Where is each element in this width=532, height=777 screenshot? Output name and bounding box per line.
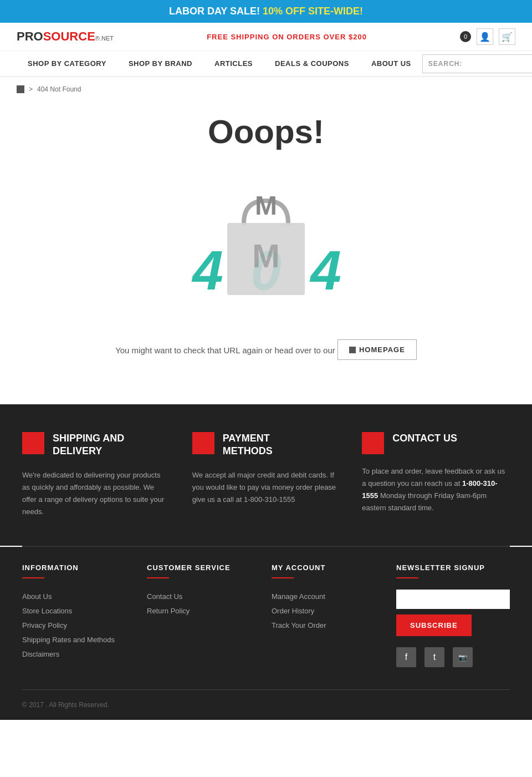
twitter-icon[interactable]: t xyxy=(424,647,444,667)
link-manage-account[interactable]: Manage Account xyxy=(272,590,385,604)
nav-shop-by-category[interactable]: SHOP BY CATEGORY xyxy=(17,51,117,76)
footer-customer-service: CUSTOMER SERVICE Contact Us Return Polic… xyxy=(147,563,260,667)
search-input[interactable] xyxy=(468,56,532,71)
search-area: SEARCH: 🔍 xyxy=(422,54,532,73)
link-order-history[interactable]: Order History xyxy=(272,604,385,618)
error-image: M 4 0 4 M xyxy=(177,162,355,317)
svg-text:M: M xyxy=(252,237,280,275)
breadcrumb: > 404 Not Found xyxy=(0,77,532,101)
contact-header: CONTACT US xyxy=(362,432,510,454)
cart-count: 0 xyxy=(460,31,471,42)
top-banner: LABOR DAY SALE! 10% OFF SITE-WIDE! xyxy=(0,0,532,23)
contact-icon xyxy=(362,432,384,454)
link-shipping-rates[interactable]: Shipping Rates and Methods xyxy=(22,633,136,647)
footer-information-divider xyxy=(22,577,44,578)
facebook-icon[interactable]: f xyxy=(396,647,416,667)
shipping-col: SHIPPING ANDDELIVERY We're dedicated to … xyxy=(22,432,170,518)
nav-articles[interactable]: ARTICLES xyxy=(203,51,264,76)
link-disclaimers[interactable]: Disclaimers xyxy=(22,647,136,662)
nav-about-us[interactable]: ABOUT US xyxy=(360,51,422,76)
svg-text:M: M xyxy=(255,191,277,220)
home-icon[interactable] xyxy=(17,85,24,93)
footer-customer-service-divider xyxy=(147,577,169,578)
subscribe-button[interactable]: SUBSCRIBE xyxy=(396,615,472,636)
link-return-policy[interactable]: Return Policy xyxy=(147,604,260,618)
shipping-header: SHIPPING ANDDELIVERY xyxy=(22,432,170,458)
footer-copyright: © 2017 . All Rights Reserved. xyxy=(22,689,510,709)
footer: INFORMATION About Us Store Locations Pri… xyxy=(0,547,532,720)
logo-net: ®.NET xyxy=(95,35,114,42)
payment-col: PAYMENTMETHODS We accept all major credi… xyxy=(192,432,340,518)
footer-grid: INFORMATION About Us Store Locations Pri… xyxy=(22,563,510,667)
breadcrumb-current: 404 Not Found xyxy=(37,85,81,93)
link-track-order[interactable]: Track Your Order xyxy=(272,618,385,633)
nav-deals-coupons[interactable]: DEALS & COUPONS xyxy=(264,51,360,76)
svg-text:4: 4 xyxy=(309,239,341,301)
error-content: Ooops! M 4 0 4 M You might want to check… xyxy=(0,101,532,404)
footer-newsletter-divider xyxy=(396,577,418,578)
social-icons: f t 📷 xyxy=(396,647,510,667)
link-privacy-policy[interactable]: Privacy Policy xyxy=(22,618,136,633)
logo-pro: PRO xyxy=(17,29,43,43)
breadcrumb-separator: > xyxy=(29,85,33,93)
copyright-text: © 2017 . All Rights Reserved. xyxy=(22,701,109,709)
newsletter-email-input[interactable] xyxy=(396,590,510,609)
contact-title: CONTACT US xyxy=(392,432,457,445)
cart-icon-btn[interactable]: 🛒 xyxy=(499,28,515,45)
home-small-icon xyxy=(349,347,356,353)
error-message: You might want to check that URL again o… xyxy=(17,339,515,360)
header: PROSOURCE®.NET FREE SHIPPING ON ORDERS O… xyxy=(0,23,532,51)
contact-text: To place and order, leave feedback or as… xyxy=(362,465,510,514)
footer-information: INFORMATION About Us Store Locations Pri… xyxy=(22,563,136,667)
free-shipping-banner: FREE SHIPPING ON ORDERS OVER $200 xyxy=(114,33,460,41)
payment-title: PAYMENTMETHODS xyxy=(223,432,273,458)
payment-header: PAYMENTMETHODS xyxy=(192,432,340,458)
svg-text:4: 4 xyxy=(191,239,223,301)
homepage-button[interactable]: HOMEPAGE xyxy=(337,339,417,360)
navigation: SHOP BY CATEGORY SHOP BY BRAND ARTICLES … xyxy=(0,51,532,77)
link-store-locations[interactable]: Store Locations xyxy=(22,604,136,618)
logo[interactable]: PROSOURCE®.NET xyxy=(17,29,114,44)
payment-icon xyxy=(192,432,214,454)
error-title: Ooops! xyxy=(17,113,515,151)
nav-shop-by-brand[interactable]: SHOP BY BRAND xyxy=(117,51,203,76)
footer-my-account: MY ACCOUNT Manage Account Order History … xyxy=(272,563,385,667)
footer-newsletter: NEWSLETTER SIGNUP SUBSCRIBE f t 📷 xyxy=(396,563,510,667)
logo-source: SOURCE xyxy=(43,29,95,43)
footer-newsletter-title: NEWSLETTER SIGNUP xyxy=(396,563,510,572)
logo-text: PROSOURCE®.NET xyxy=(17,29,114,44)
link-contact-us[interactable]: Contact Us xyxy=(147,590,260,604)
shipping-title: SHIPPING ANDDELIVERY xyxy=(53,432,124,458)
payment-text: We accept all major credit and debit car… xyxy=(192,469,340,506)
info-section: SHIPPING ANDDELIVERY We're dedicated to … xyxy=(0,404,532,546)
footer-information-title: INFORMATION xyxy=(22,563,136,572)
footer-customer-service-title: CUSTOMER SERVICE xyxy=(147,563,260,572)
footer-my-account-title: MY ACCOUNT xyxy=(272,563,385,572)
footer-my-account-divider xyxy=(272,577,294,578)
link-about-us[interactable]: About Us xyxy=(22,590,136,604)
instagram-icon[interactable]: 📷 xyxy=(453,647,473,667)
homepage-label: HOMEPAGE xyxy=(359,346,405,354)
search-label: SEARCH: xyxy=(423,57,468,71)
user-icon-btn[interactable]: 👤 xyxy=(477,28,493,45)
shipping-icon xyxy=(22,432,44,454)
contact-col: CONTACT US To place and order, leave fee… xyxy=(362,432,510,518)
shipping-text: We're dedicated to delivering your produ… xyxy=(22,469,170,518)
header-right: 0 👤 🛒 xyxy=(460,28,515,45)
